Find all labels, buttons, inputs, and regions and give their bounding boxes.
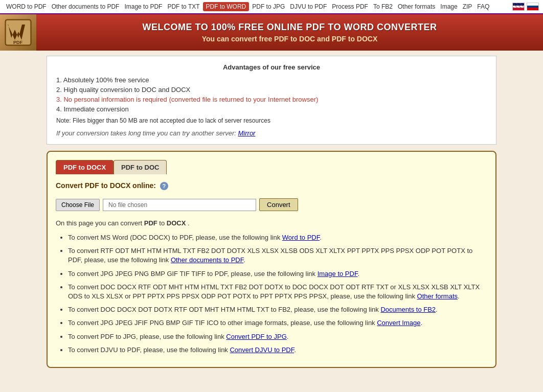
nav-word-to-pdf[interactable]: WORD to PDF	[4, 2, 49, 11]
converter-tabs: PDF to DOCX PDF to DOC	[56, 160, 487, 174]
link-other-formats[interactable]: Other formats	[417, 292, 458, 300]
link-list: To convert MS Word (DOC DOCX) to PDF, pl…	[56, 233, 487, 355]
nav-process-pdf[interactable]: Process PDF	[330, 2, 370, 11]
link-pdf-to-jpg[interactable]: Convert PDF to JPG	[226, 333, 286, 340]
tab-pdf-to-doc[interactable]: PDF to DOC	[114, 160, 167, 174]
advantage-item-4: 4. Immediate conversion	[56, 105, 487, 113]
flag-ru[interactable]	[527, 3, 539, 11]
to-format: DOCX	[167, 219, 186, 227]
link-image-to-pdf[interactable]: Image to PDF	[318, 270, 358, 278]
tab-pdf-to-docx[interactable]: PDF to DOCX	[56, 160, 114, 174]
file-input-row: Choose File No file chosen Convert	[56, 198, 487, 211]
convert-title: Convert PDF to DOCX online: ?	[56, 181, 487, 190]
list-item: To convert PDF to JPG, please, use the f…	[68, 332, 487, 341]
advantage-item-1: 1. Absolutely 100% free service	[56, 76, 487, 84]
banner-title: WELCOME TO 100% FREE ONLINE PDF TO WORD …	[42, 22, 537, 33]
svg-text:PDF: PDF	[13, 40, 23, 45]
logo-svg: PDF	[4, 18, 32, 47]
nav-pdf-to-word[interactable]: PDF to WORD	[203, 2, 250, 11]
converter-section: PDF to DOCX PDF to DOC Convert PDF to DO…	[47, 151, 496, 368]
list-item: To convert JPG JPEG JFIF PNG BMP GIF TIF…	[68, 318, 487, 328]
file-name-display: No file chosen	[103, 199, 256, 211]
mirror-text: If your conversion takes long time you c…	[56, 129, 236, 137]
top-navigation: WORD to PDF Other documents to PDF Image…	[0, 0, 543, 14]
main-body-text: On this page you can convert PDF to DOCX…	[56, 219, 487, 227]
link-convert-image[interactable]: Convert Image	[377, 319, 420, 327]
note-text: Note: Files bigger than 50 MB are not ac…	[56, 117, 487, 124]
banner-text: WELCOME TO 100% FREE ONLINE PDF TO WORD …	[42, 22, 537, 43]
banner-subtitle: You can convert free PDF to DOC and PDF …	[42, 35, 537, 43]
from-format: PDF	[144, 219, 157, 227]
nav-to-fb2[interactable]: To FB2	[371, 2, 395, 11]
advantages-list: 1. Absolutely 100% free service 2. High …	[56, 76, 487, 113]
link-word-to-pdf[interactable]: Word to PDF	[282, 234, 320, 241]
main-content: Advantages of our free service 1. Absolu…	[41, 56, 502, 368]
advantage-item-2: 2. High quality conversion to DOC and DO…	[56, 86, 487, 94]
list-item: To convert DOC DOCX RTF ODT MHT HTM HTML…	[68, 283, 487, 301]
header-wrapper: PDF WELCOME TO 100% FREE ONLINE PDF TO W…	[0, 14, 543, 51]
advantages-heading: Advantages of our free service	[56, 63, 487, 71]
nav-other-formats[interactable]: Other formats	[396, 2, 437, 11]
nav-faq[interactable]: FAQ	[475, 2, 491, 11]
nav-other-docs-to-pdf[interactable]: Other documents to PDF	[50, 2, 122, 11]
header-banner: WELCOME TO 100% FREE ONLINE PDF TO WORD …	[36, 14, 543, 51]
convert-button[interactable]: Convert	[259, 198, 298, 211]
list-item: To convert JPG JPEG PNG BMP GIF TIF TIFF…	[68, 269, 487, 279]
nav-zip[interactable]: ZIP	[461, 2, 474, 11]
list-item: To convert DJVU to PDF, please, use the …	[68, 345, 487, 355]
link-other-docs[interactable]: Other documents to PDF	[171, 256, 243, 264]
link-djvu-to-pdf[interactable]: Convert DJVU to PDF	[230, 346, 294, 354]
list-item: To convert MS Word (DOC DOCX) to PDF, pl…	[68, 233, 487, 242]
nav-djvu-to-pdf[interactable]: DJVU to PDF	[288, 2, 329, 11]
advantage-item-3: 3. No personal information is required (…	[56, 96, 487, 103]
mirror-line: If your conversion takes long time you c…	[56, 129, 487, 137]
choose-file-button[interactable]: Choose File	[56, 199, 100, 211]
nav-links: WORD to PDF Other documents to PDF Image…	[4, 2, 491, 11]
info-icon[interactable]: ?	[160, 182, 168, 190]
link-docs-to-fb2[interactable]: Documents to FB2	[380, 306, 436, 313]
nav-pdf-to-txt[interactable]: PDF to TXT	[165, 2, 201, 11]
advantages-box: Advantages of our free service 1. Absolu…	[47, 56, 496, 145]
list-item: To convert DOC DOCX DOT DOTX RTF ODT MHT…	[68, 305, 487, 314]
nav-image-to-pdf[interactable]: Image to PDF	[122, 2, 164, 11]
nav-pdf-to-jpg[interactable]: PDF to JPG	[250, 2, 287, 11]
mirror-link[interactable]: Mirror	[238, 129, 256, 137]
nav-image[interactable]: Image	[438, 2, 459, 11]
logo-area: PDF	[0, 14, 36, 51]
language-flags	[512, 3, 539, 11]
list-item: To convert RTF ODT MHT HTM HTML TXT FB2 …	[68, 246, 487, 265]
flag-uk[interactable]	[512, 3, 525, 11]
